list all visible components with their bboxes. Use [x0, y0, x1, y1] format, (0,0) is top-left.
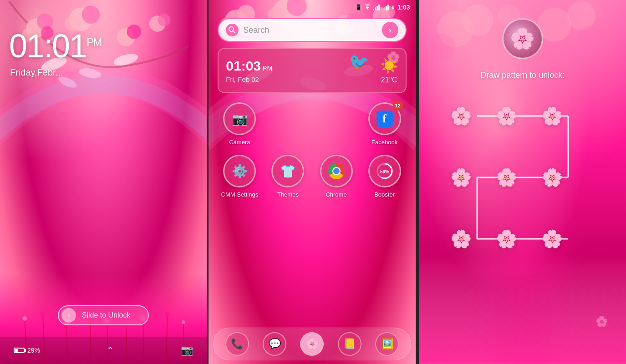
app-icon-cmm-wrap: ⚙️ — [223, 155, 256, 187]
pattern-dot-bl[interactable]: 🌸 — [445, 223, 477, 255]
profile-flower-icon: 🌸 — [510, 27, 535, 51]
battery-info: 29% — [14, 347, 40, 354]
svg-text:56%: 56% — [380, 169, 389, 174]
app-item-cmm-settings[interactable]: ⚙️ CMM Settings — [218, 155, 261, 198]
slide-unlock-label: Slide to Unlock — [82, 311, 131, 319]
dock-messages-icon: 💬 — [269, 338, 281, 350]
download-icon: ⬇ — [391, 5, 395, 10]
app-label-camera: Camera — [229, 139, 250, 146]
ampm-display: PM — [87, 36, 101, 48]
app-label-cmm: CMM Settings — [221, 191, 259, 198]
lock-bottom-bar: 29% ⌃ 📷 — [0, 337, 207, 364]
dock-gallery-icon: 🖼️ — [381, 338, 393, 350]
time-display: 01:01 — [9, 28, 87, 64]
app-label-booster: Booster — [374, 191, 395, 198]
facebook-logo: f — [377, 111, 393, 127]
signal2-icon — [382, 4, 389, 10]
unlock-handle[interactable]: › — [61, 308, 76, 323]
app-icon-themes: 👕 — [271, 155, 304, 187]
app-icon-camera: 📷 — [223, 102, 256, 135]
pattern-bottom-bg — [419, 273, 626, 364]
app-label-chrome: Chrome — [326, 191, 346, 198]
signal-icon — [373, 4, 380, 10]
search-submit-button[interactable]: › — [382, 22, 398, 38]
up-arrow-icon[interactable]: ⌃ — [107, 345, 114, 356]
svg-point-25 — [40, 311, 46, 317]
wifi-icon — [364, 4, 371, 10]
pattern-prompt-text: Draw pattern to unlock: — [480, 71, 565, 80]
app-icon-camera-wrap: 📷 — [223, 102, 256, 135]
pattern-dot-tl[interactable]: 🌸 — [445, 100, 477, 132]
svg-point-49 — [229, 27, 234, 31]
weather-left: 01:03 PM Fri, Feb 02 — [226, 58, 272, 83]
pattern-dot-tr[interactable]: 🌸 — [536, 100, 568, 132]
date-display: Friday,Febr... — [10, 67, 63, 77]
app-icon-chrome — [320, 155, 353, 187]
camera-shortcut-icon[interactable]: 📷 — [181, 344, 193, 356]
lock-screen-time: 01:01PM — [9, 27, 101, 65]
weather-widget: 01:03 PM Fri, Feb 02 🐦 ☀️ 21°C 🌸 — [218, 48, 406, 93]
app-item-booster[interactable]: 56% Booster — [363, 155, 407, 198]
app-icon-chrome-wrap — [320, 155, 353, 187]
weather-time-display: 01:03 PM — [226, 58, 272, 74]
app-icon-themes-wrap: 👕 — [271, 155, 304, 187]
pattern-dot-tm[interactable]: 🌸 — [491, 100, 523, 132]
weather-sun-icon: ☀️ — [380, 57, 398, 74]
battery-percent: 29% — [27, 347, 40, 354]
weather-ampm: PM — [263, 65, 272, 72]
weather-date: Fri, Feb 02 — [226, 76, 272, 83]
weather-right: ☀️ 21°C — [380, 57, 398, 84]
weather-time-text: 01:03 — [226, 58, 261, 74]
app-icon-booster: 56% — [368, 155, 401, 187]
lock-screen-panel: 01:01PM Friday,Febr... — [0, 0, 209, 364]
app-grid: 📷 Camera f 12 Facebook ⚙️ CMM Settings — [218, 102, 406, 198]
pattern-dot-mr[interactable]: 🌸 — [536, 162, 568, 193]
facebook-badge: 12 — [393, 101, 403, 111]
app-item-facebook[interactable]: f 12 Facebook — [363, 102, 407, 146]
dock-contacts[interactable]: 📒 — [338, 332, 361, 356]
weather-temp: 21°C — [381, 76, 397, 84]
dock-gallery[interactable]: 🖼️ — [375, 332, 399, 356]
pattern-dot-br[interactable]: 🌸 — [536, 223, 568, 255]
chrome-logo — [328, 163, 345, 179]
svg-line-50 — [233, 31, 235, 33]
empty-slot-2 — [314, 102, 358, 146]
app-icon-cmm: ⚙️ — [223, 155, 256, 187]
app-item-chrome[interactable]: Chrome — [314, 155, 358, 198]
dock-contacts-icon: 📒 — [343, 338, 356, 350]
battery-icon — [14, 348, 25, 353]
svg-point-24 — [22, 316, 27, 321]
app-label-themes: Themes — [277, 191, 299, 198]
status-icons: 📳 ⬇ — [355, 4, 395, 10]
dock-home[interactable]: 🌸 — [300, 332, 324, 356]
booster-progress-svg: 56% — [376, 162, 393, 180]
app-icon-facebook-wrap: f 12 — [368, 102, 401, 135]
lock-screen-date: Friday,Febr... — [10, 67, 63, 78]
svg-point-32 — [182, 320, 185, 324]
pattern-dot-ml[interactable]: 🌸 — [445, 162, 477, 193]
battery-fill — [15, 349, 18, 352]
app-item-camera[interactable]: 📷 Camera — [218, 102, 261, 146]
dock-phone[interactable]: 📞 — [225, 332, 249, 356]
dock-phone-icon: 📞 — [231, 338, 243, 350]
app-item-themes[interactable]: 👕 Themes — [266, 155, 310, 198]
slide-to-unlock[interactable]: › Slide to Unlock — [58, 305, 149, 325]
empty-slot-1 — [266, 102, 310, 146]
home-screen-panel: 📳 ⬇ 1:03 Search › — [209, 0, 417, 364]
search-placeholder: Search — [243, 25, 377, 35]
bird-decoration: 🐦 — [349, 52, 369, 71]
vibrate-icon: 📳 — [355, 4, 362, 10]
profile-avatar: 🌸 — [502, 18, 543, 59]
pattern-dot-mm[interactable]: 🌸 — [491, 162, 523, 193]
svg-marker-48 — [365, 4, 370, 8]
dock-messages[interactable]: 💬 — [263, 332, 286, 356]
app-dock: 📞 💬 🌸 📒 🖼️ — [213, 328, 411, 360]
search-icon — [226, 24, 239, 36]
pattern-lock-panel: 🌸 Draw pattern to unlock: 🌸 🌸 🌸 🌸 🌸 — [417, 0, 626, 364]
dock-home-icon: 🌸 — [306, 338, 318, 350]
search-bar[interactable]: Search › — [218, 18, 406, 42]
pattern-dot-bm[interactable]: 🌸 — [491, 223, 523, 255]
status-time: 1:03 — [397, 4, 410, 11]
app-label-facebook: Facebook — [372, 139, 397, 146]
search-svg — [229, 26, 236, 34]
